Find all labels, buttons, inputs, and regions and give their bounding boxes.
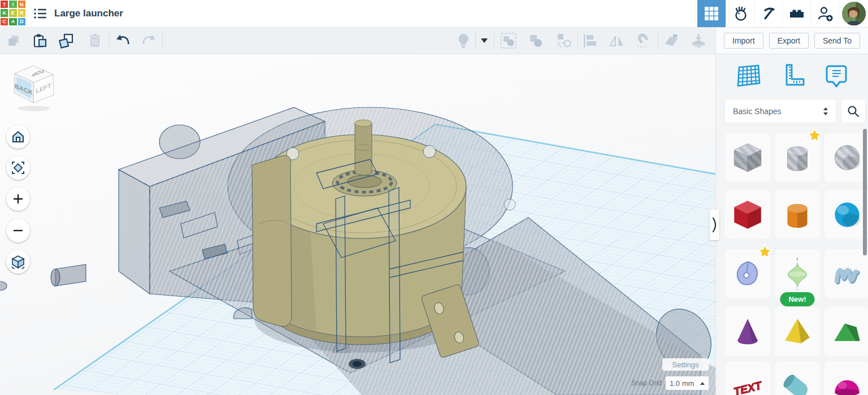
redo-icon[interactable] (141, 33, 157, 49)
send-to-button[interactable]: Send To (814, 33, 860, 49)
zoom-in-button[interactable] (6, 187, 30, 211)
delete-icon[interactable] (87, 33, 103, 49)
logo-letter: T (1, 1, 8, 8)
logo-letter: R (18, 9, 25, 16)
align-icon[interactable] (582, 33, 598, 49)
shape-box-hole[interactable] (725, 133, 770, 182)
dropdown-caret-icon (822, 106, 829, 116)
header-bar: TINKERCAD Large launcher (0, 0, 868, 28)
zoom-out-button[interactable] (6, 219, 30, 242)
export-button[interactable]: Export (769, 33, 809, 49)
logo-letter: N (18, 1, 25, 8)
perspective-toggle-button[interactable] (6, 250, 30, 274)
snap-grid-caret-icon (700, 382, 705, 385)
magnet-icon[interactable] (635, 33, 651, 49)
home-view-button[interactable] (6, 125, 30, 149)
logo-letter: I (9, 1, 16, 8)
shapes-panel: Basic Shapes (715, 54, 868, 395)
view-cube[interactable]: TOP BACK LEFT (7, 59, 63, 115)
io-buttons: Import Export Send To (715, 27, 868, 54)
shape-box[interactable] (725, 190, 770, 239)
new-badge: New! (780, 292, 814, 306)
scrollbar-thumb[interactable] (863, 129, 867, 255)
shape-category-value: Basic Shapes (733, 107, 782, 116)
shape-extrusion[interactable] (725, 249, 770, 298)
group-icon[interactable] (500, 33, 518, 49)
notes-icon[interactable] (821, 60, 852, 91)
shape-cylinder[interactable] (775, 190, 820, 239)
shape-revolve[interactable]: New! (775, 249, 820, 298)
snap-grid-value: 1.0 mm (670, 379, 694, 388)
shape-category-dropdown[interactable]: Basic Shapes (725, 99, 836, 123)
shape-sphere[interactable] (824, 190, 868, 239)
snap-grid-control: Snap Grid 1.0 mm (588, 376, 709, 390)
shape-cylinder-hole[interactable] (775, 133, 820, 182)
tinkercad-logo[interactable]: TINKERCAD (0, 0, 26, 26)
shape-half-sphere[interactable] (824, 362, 868, 395)
shape-pyramid[interactable] (775, 307, 820, 356)
snap-grid-label: Snap Grid (631, 379, 662, 387)
featured-star-icon (757, 244, 772, 259)
panel-collapse-handle[interactable] (710, 210, 719, 240)
align-components-icon[interactable] (555, 33, 573, 49)
logo-letter: K (1, 9, 8, 16)
tinkercad-app: TINKERCAD Large launcher (0, 0, 868, 395)
shape-text[interactable]: TEXT (725, 362, 770, 395)
shape-sphere-hole[interactable] (824, 133, 868, 182)
logo-letter: D (18, 18, 25, 25)
fit-view-button[interactable] (6, 156, 30, 180)
shape-search-button[interactable] (841, 99, 865, 123)
search-icon (847, 105, 860, 118)
header-nav (697, 0, 868, 27)
featured-star-icon (807, 128, 822, 143)
mirror-icon[interactable] (609, 33, 625, 49)
settings-button[interactable]: Settings (662, 358, 709, 371)
shape-round-roof[interactable] (775, 362, 820, 395)
shape-cone[interactable] (725, 307, 770, 356)
ungroup-icon[interactable] (528, 33, 544, 49)
copy-icon[interactable] (6, 33, 21, 49)
menu-list-icon[interactable] (33, 7, 47, 20)
3d-scene (0, 54, 715, 395)
lego-brick-icon[interactable] (782, 0, 810, 27)
shape-scribble[interactable] (824, 249, 868, 298)
design-grid-icon[interactable] (697, 0, 726, 27)
undo-icon[interactable] (115, 33, 131, 49)
edit-toolbar: Import Export Send To (0, 27, 868, 54)
paste-icon[interactable] (32, 33, 47, 49)
adjust-bulb-icon[interactable] (455, 33, 471, 49)
import-button[interactable]: Import (724, 33, 763, 49)
workplane-helper-icon[interactable] (733, 60, 763, 91)
sim-lab-icon[interactable] (726, 0, 754, 27)
3d-viewport[interactable]: TOP BACK LEFT (0, 54, 715, 395)
logo-letter: E (9, 9, 16, 16)
panel-tools (716, 59, 868, 93)
logo-letter: C (1, 18, 8, 25)
minecraft-pickaxe-icon[interactable] (754, 0, 782, 27)
snap-grid-dropdown[interactable]: 1.0 mm (666, 376, 709, 390)
ruler-tool-icon[interactable] (691, 33, 706, 49)
panel-scrollbar[interactable] (863, 54, 867, 395)
duplicate-icon[interactable] (59, 33, 75, 49)
bulb-dropdown-caret[interactable] (479, 33, 489, 49)
design-title[interactable]: Large launcher (54, 0, 123, 27)
invite-user-icon[interactable] (810, 0, 839, 27)
svg-text:TEXT: TEXT (732, 379, 764, 395)
ruler-helper-icon[interactable] (777, 60, 808, 91)
user-avatar[interactable] (839, 0, 868, 27)
workplane-tool-icon[interactable] (663, 33, 679, 49)
shape-roof[interactable] (824, 307, 868, 356)
logo-letter: A (9, 18, 16, 25)
